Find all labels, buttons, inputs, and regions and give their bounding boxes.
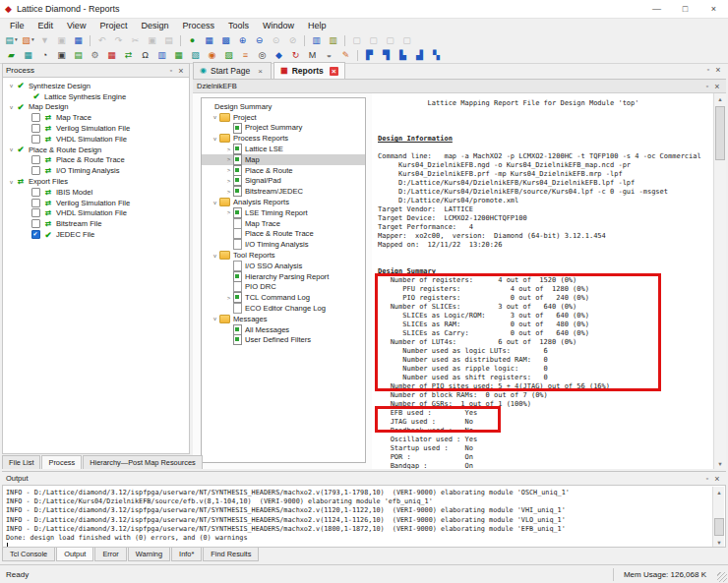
partition-manager-button[interactable]: ◆	[272, 49, 286, 62]
tree-item-label[interactable]: Lattice Synthesis Engine	[44, 92, 126, 101]
process-tree-item[interactable]: VHDL Simulation File	[3, 208, 189, 219]
expander-icon[interactable]: v	[211, 316, 219, 321]
tree-item-label[interactable]: Project Summary	[245, 123, 302, 132]
close-panel-icon[interactable]	[712, 474, 722, 483]
output-tab[interactable]: Error	[94, 548, 126, 561]
expander-icon[interactable]: >	[224, 146, 233, 152]
report-tree-item[interactable]: v Analysis Reports	[202, 197, 365, 207]
report-tree-item[interactable]: > TCL Command Log	[202, 292, 365, 303]
save-all-button[interactable]: ▣	[54, 34, 69, 47]
package-view-button[interactable]: ▦	[21, 49, 35, 62]
close-panel-icon[interactable]	[713, 65, 723, 74]
output-tab[interactable]: Find Results	[203, 548, 259, 561]
checkbox[interactable]	[31, 124, 40, 133]
open-file-button[interactable]: ▧	[21, 34, 35, 47]
dock-layout-2-button[interactable]: ▜	[379, 49, 394, 62]
tree-item-label[interactable]: I/O Timing Analysis	[56, 166, 120, 175]
expander-icon[interactable]: v	[211, 114, 219, 120]
save-button[interactable]: ▼	[37, 34, 52, 47]
process-tree-item[interactable]: Verilog Simulation File	[3, 198, 189, 208]
report-tree-item[interactable]: > Bitstream/JEDEC	[202, 186, 365, 197]
report-tree-item[interactable]: > Lattice LSE	[202, 144, 365, 154]
close-window-button[interactable]: ▢	[399, 34, 414, 47]
print-button[interactable]: ▦	[71, 34, 86, 47]
tree-item-label[interactable]: Bitstream File	[56, 219, 101, 228]
device-view-button[interactable]: ◔	[37, 49, 52, 62]
menu-item[interactable]: Design	[134, 20, 175, 31]
clock-resource-button[interactable]: ⚙	[88, 49, 102, 62]
menu-item[interactable]: Project	[92, 20, 134, 31]
tab-close-icon[interactable]	[330, 67, 338, 76]
tree-item-label[interactable]: Map Trace	[245, 219, 280, 228]
report-tree-item[interactable]: PIO DRC	[202, 282, 365, 293]
left-dock-tab[interactable]: Hierarchy—Post Map Resources	[83, 455, 203, 469]
expander-icon[interactable]: >	[224, 189, 233, 195]
expander-icon[interactable]: v	[7, 179, 16, 185]
float-panel-icon[interactable]	[166, 66, 176, 75]
checkbox[interactable]	[31, 188, 40, 197]
reveal-analyzer-button[interactable]: ⇄	[121, 49, 136, 62]
timing-analysis-button[interactable]: ◉	[205, 49, 219, 62]
tree-item-label[interactable]: PIO DRC	[245, 282, 276, 291]
separator[interactable]	[355, 49, 360, 62]
tree-item-label[interactable]: Process Reports	[233, 134, 288, 143]
tree-item-label[interactable]: JEDEC File	[56, 230, 94, 239]
process-tree-item[interactable]: Map Trace	[3, 112, 189, 123]
scrollbar-thumb[interactable]	[714, 518, 724, 536]
tree-item-label[interactable]: Synthesize Design	[29, 82, 91, 90]
checkbox[interactable]	[31, 155, 40, 164]
tree-item-label[interactable]: Map Design	[29, 102, 69, 111]
tree-item-label[interactable]: TCL Command Log	[245, 293, 310, 302]
menu-item[interactable]: Tools	[221, 20, 256, 31]
tree-item-label[interactable]: Verilog Simulation File	[56, 199, 130, 207]
tab-start-page[interactable]: ◉ Start Page	[193, 62, 272, 79]
scroll-up-icon[interactable]: ▲	[714, 93, 726, 104]
expander-icon[interactable]: v	[7, 104, 16, 110]
undo-button[interactable]: ↶	[94, 34, 109, 47]
tree-item-label[interactable]: Signal/Pad	[245, 176, 281, 185]
report-tree-item[interactable]: > LSE Timing Report	[202, 207, 365, 218]
tab-reports[interactable]: ▦ Reports	[273, 62, 345, 79]
expander-icon[interactable]: >	[224, 295, 233, 301]
menu-item[interactable]: File	[3, 20, 31, 31]
tree-item-label[interactable]: User Defined Filters	[245, 335, 311, 344]
scroll-down-icon[interactable]: ▼	[713, 537, 725, 548]
tree-item-label[interactable]: Place & Route Design	[29, 146, 101, 154]
process-tree-item[interactable]: JEDEC File	[3, 229, 189, 240]
simulation-wizard-button[interactable]: ▨	[221, 49, 236, 62]
report-tree-item[interactable]: User Defined Filters	[202, 335, 365, 346]
tree-item-label[interactable]: Place & Route Trace	[56, 155, 125, 164]
start-page-view-button[interactable]: ▥	[309, 34, 324, 47]
tree-item-label[interactable]: Messages	[233, 315, 268, 323]
report-tree-item[interactable]: Project Summary	[202, 123, 365, 134]
output-tab[interactable]: Info*	[171, 548, 202, 561]
checkbox[interactable]	[31, 208, 40, 217]
expander-icon[interactable]: v	[7, 83, 16, 88]
reveal-inserter-button[interactable]: ▦	[104, 49, 119, 62]
expander-icon[interactable]: >	[224, 178, 233, 184]
separator[interactable]	[342, 34, 347, 47]
float-panel-icon[interactable]	[703, 65, 713, 74]
run-manager-button[interactable]: ≡	[238, 49, 253, 62]
report-tree-item[interactable]: v Tool Reports	[202, 250, 365, 261]
process-tree-item[interactable]: IBIS Model	[3, 187, 189, 198]
checkbox[interactable]	[31, 135, 40, 144]
process-tree-item[interactable]: v Map Design	[3, 102, 189, 113]
physical-view-button[interactable]: ▧	[188, 49, 203, 62]
report-tree-item[interactable]: > Signal/Pad	[202, 176, 365, 187]
checkbox[interactable]	[31, 219, 40, 228]
report-tree-item[interactable]: All Messages	[202, 324, 365, 335]
tree-item-label[interactable]: All Messages	[245, 325, 289, 334]
report-tree-item[interactable]: v Messages	[202, 314, 365, 324]
tile-windows-button[interactable]: ▢	[366, 34, 381, 47]
menu-item[interactable]: Edit	[31, 20, 61, 31]
copy-button[interactable]: ▣	[145, 34, 159, 47]
expander-icon[interactable]: >	[224, 209, 233, 215]
report-tree-item[interactable]: > Place & Route	[202, 165, 365, 176]
modelsim-button[interactable]: M	[305, 49, 320, 62]
report-tree-item[interactable]: > Map	[202, 154, 365, 165]
checkbox[interactable]	[31, 113, 40, 122]
checkbox[interactable]	[31, 166, 40, 175]
redo-button[interactable]: ↷	[111, 34, 126, 47]
tree-item-label[interactable]: Lattice LSE	[245, 145, 283, 153]
